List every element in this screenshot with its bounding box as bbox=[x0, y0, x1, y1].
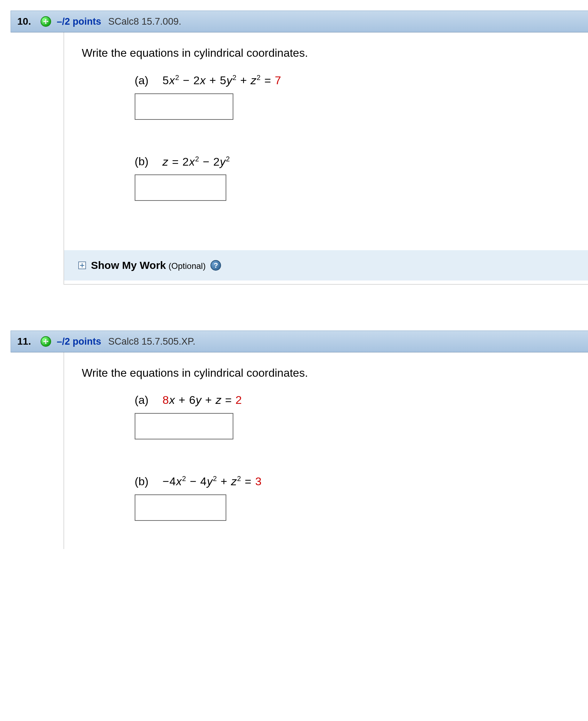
expand-icon[interactable] bbox=[41, 336, 51, 347]
answer-input-b[interactable] bbox=[135, 174, 226, 201]
part-a: (a) 5x2 − 2x + 5y2 + z2 = 7 bbox=[135, 74, 574, 120]
question-number: 10. bbox=[17, 16, 35, 27]
part-label: (a) bbox=[135, 394, 148, 407]
part-b: (b) −4x2 − 4y2 + z2 = 3 bbox=[135, 475, 574, 521]
question-number: 11. bbox=[17, 336, 35, 347]
question-header: 11. –/2 points SCalc8 15.7.505.XP. bbox=[11, 331, 588, 352]
question-id: SCalc8 15.7.505.XP. bbox=[108, 336, 195, 347]
part-label: (a) bbox=[135, 74, 148, 87]
show-work-label: Show My Work (Optional) bbox=[91, 259, 206, 271]
question-id: SCalc8 15.7.009. bbox=[108, 16, 181, 27]
equation: 8x + 6y + z = 2 bbox=[163, 394, 242, 407]
question-prompt: Write the equations in cylindrical coord… bbox=[82, 47, 574, 60]
equation: 5x2 − 2x + 5y2 + z2 = 7 bbox=[163, 74, 281, 87]
part-label: (b) bbox=[135, 475, 148, 488]
question-header: 10. –/2 points SCalc8 15.7.009. bbox=[11, 11, 588, 32]
answer-input-a[interactable] bbox=[135, 93, 233, 120]
question-body: Write the equations in cylindrical coord… bbox=[63, 32, 588, 285]
equation: −4x2 − 4y2 + z2 = 3 bbox=[163, 475, 262, 488]
question-10: 10. –/2 points SCalc8 15.7.009. Write th… bbox=[11, 11, 588, 285]
points-label: –/2 points bbox=[57, 16, 101, 27]
answer-input-a[interactable] bbox=[135, 413, 233, 439]
part-b: (b) z = 2x2 − 2y2 bbox=[135, 155, 574, 201]
question-11: 11. –/2 points SCalc8 15.7.505.XP. Write… bbox=[11, 331, 588, 549]
help-icon[interactable]: ? bbox=[210, 260, 221, 271]
plus-box-icon bbox=[78, 261, 86, 269]
question-prompt: Write the equations in cylindrical coord… bbox=[82, 366, 574, 380]
show-my-work-toggle[interactable]: Show My Work (Optional) ? bbox=[64, 250, 588, 281]
question-body: Write the equations in cylindrical coord… bbox=[63, 352, 588, 549]
expand-icon[interactable] bbox=[41, 16, 51, 27]
part-label: (b) bbox=[135, 155, 148, 168]
points-label: –/2 points bbox=[57, 336, 101, 347]
answer-input-b[interactable] bbox=[135, 494, 226, 521]
equation: z = 2x2 − 2y2 bbox=[163, 155, 230, 168]
part-a: (a) 8x + 6y + z = 2 bbox=[135, 394, 574, 439]
